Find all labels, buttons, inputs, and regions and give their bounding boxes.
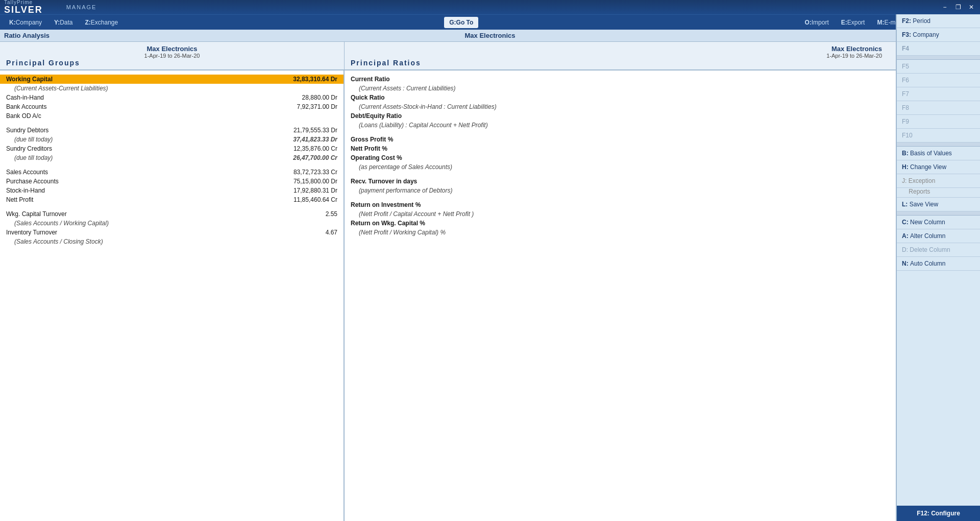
menu-item-company[interactable]: K:Company xyxy=(4,17,47,28)
purchase-accounts-row[interactable]: Purchase Accounts 75,15,800.00 Dr xyxy=(6,177,337,186)
sidebar-reports-label: Reports xyxy=(897,188,980,198)
cash-in-hand-row[interactable]: Cash-in-Hand 28,880.00 Dr xyxy=(6,93,337,102)
sidebar-f5: F5 xyxy=(897,60,980,74)
sidebar-f6: F6 xyxy=(897,74,980,87)
right-title: Principal Ratios xyxy=(351,59,974,67)
quick-ratio-row[interactable]: Quick Ratio 1.99 : 1 xyxy=(351,93,974,102)
report-title: Ratio Analysis xyxy=(4,32,50,39)
operating-cost-row[interactable]: Operating Cost % 85.84 % xyxy=(351,153,974,162)
restore-button[interactable]: ❐ xyxy=(953,3,963,12)
return-wkg-capital-row[interactable]: Return on Wkg. Capital % 36.11 % xyxy=(351,219,974,228)
menu-item-export[interactable]: E:Export xyxy=(836,17,870,28)
debt-equity-row[interactable]: Debt/Equity Ratio 0.00 : 1 xyxy=(351,111,974,121)
sidebar-f2-period[interactable]: F2: Period xyxy=(897,14,980,28)
inventory-turnover-row[interactable]: Inventory Turnover 4.67 xyxy=(6,228,337,237)
right-period: 1-Apr-19 to 26-Mar-20 xyxy=(351,53,974,59)
menu-item-import[interactable]: O:Import xyxy=(799,17,834,28)
operating-cost-sub: (as percentage of Sales Accounts) xyxy=(351,162,974,172)
app-logo-bottom: SILVER xyxy=(4,5,43,14)
debt-equity-sub: (Loans (Liability) : Capital Account + N… xyxy=(351,121,974,130)
stock-in-hand-row[interactable]: Stock-in-Hand 17,92,880.31 Dr xyxy=(6,186,337,195)
sidebar-f8: F8 xyxy=(897,101,980,115)
sidebar-sep2 xyxy=(897,143,980,147)
left-period: 1-Apr-19 to 26-Mar-20 xyxy=(6,53,338,59)
title-bar: TallyPrime SILVER MANAGE − ❐ ✕ xyxy=(0,0,980,14)
wkg-capital-sub: (Sales Accounts / Working Capital) xyxy=(6,219,337,228)
return-investment-row[interactable]: Return on Investment % 37.21 % xyxy=(351,200,974,209)
sundry-debtors-row[interactable]: Sundry Debtors 21,79,555.33 Dr xyxy=(6,126,337,135)
sidebar-new-column[interactable]: C: New Column xyxy=(897,216,980,229)
sundry-creditors-sub: (due till today) 26,47,700.00 Cr xyxy=(6,153,337,162)
sales-accounts-row[interactable]: Sales Accounts 83,72,723.33 Cr xyxy=(6,168,337,177)
sidebar-sep1 xyxy=(897,56,980,60)
sidebar-auto-column[interactable]: N: Auto Column xyxy=(897,257,980,271)
right-col-header: Max Electronics 1-Apr-19 to 26-Mar-20 Pr… xyxy=(345,42,980,69)
report-title-bar: Ratio Analysis Max Electronics ✕ xyxy=(0,30,980,42)
current-ratio-row[interactable]: Current Ratio 3.17 : 1 xyxy=(351,75,974,84)
sidebar-f4: F4 xyxy=(897,42,980,56)
recv-turnover-row[interactable]: Recv. Turnover in days 91.66 days xyxy=(351,177,974,186)
working-capital-label: Working Capital xyxy=(6,76,235,83)
title-bar-controls: − ❐ ✕ xyxy=(940,3,976,12)
title-bar-left: TallyPrime SILVER MANAGE xyxy=(4,0,96,14)
recv-turnover-sub: (payment performance of Debtors) xyxy=(351,186,974,195)
sidebar-change-view[interactable]: H: Change View xyxy=(897,160,980,174)
sidebar-save-view[interactable]: L: Save View xyxy=(897,198,980,211)
nett-profit-pct-row[interactable]: Nett Profit % 14.16 % xyxy=(351,144,974,153)
sidebar-exception-reports[interactable]: J: Exception xyxy=(897,174,980,188)
gross-profit-row[interactable]: Gross Profit % 21.08 % xyxy=(351,135,974,144)
left-panel: Working Capital 32,83,310.64 Dr (Current… xyxy=(0,70,345,521)
close-button[interactable]: ✕ xyxy=(967,3,976,12)
app-logo: TallyPrime SILVER xyxy=(4,0,43,14)
left-company: Max Electronics xyxy=(6,45,338,53)
menu-item-data[interactable]: Y:Data xyxy=(49,17,78,28)
current-ratio-sub: (Current Assets : Current Liabilities) xyxy=(351,84,974,93)
menu-center: G:Go To xyxy=(125,17,797,28)
sidebar-f12-configure[interactable]: F12: Configure xyxy=(897,506,980,521)
return-wkg-capital-sub: (Nett Profit / Working Capital) % xyxy=(351,228,974,237)
sundry-creditors-row[interactable]: Sundry Creditors 12,35,876.00 Cr xyxy=(6,144,337,153)
inventory-turnover-sub: (Sales Accounts / Closing Stock) xyxy=(6,237,337,246)
sidebar-f7: F7 xyxy=(897,87,980,101)
wkg-capital-turnover-row[interactable]: Wkg. Capital Turnover 2.55 xyxy=(6,209,337,219)
working-capital-row[interactable]: Working Capital 32,83,310.64 Dr xyxy=(0,75,344,84)
minimize-button[interactable]: − xyxy=(940,3,949,12)
left-title: Principal Groups xyxy=(6,59,338,67)
bank-od-row[interactable]: Bank OD A/c xyxy=(6,111,337,121)
sidebar-f3-company[interactable]: F3: Company xyxy=(897,28,980,42)
report-company-center: Max Electronics xyxy=(465,32,516,39)
working-capital-sub: (Current Assets-Current Liabilities) xyxy=(6,84,337,93)
menu-bar: K:Company Y:Data Z:Exchange G:Go To O:Im… xyxy=(0,14,980,30)
sidebar-alter-column[interactable]: A: Alter Column xyxy=(897,229,980,243)
left-col-header: Max Electronics 1-Apr-19 to 26-Mar-20 Pr… xyxy=(0,42,345,69)
sundry-debtors-sub: (due till today) 37,41,823.33 Dr xyxy=(6,135,337,144)
nett-profit-row[interactable]: Nett Profit 11,85,460.64 Cr xyxy=(6,195,337,204)
main-content: Working Capital 32,83,310.64 Dr (Current… xyxy=(0,70,980,521)
right-company: Max Electronics xyxy=(351,45,974,53)
sidebar-f9: F9 xyxy=(897,115,980,129)
menu-item-exchange[interactable]: Z:Exchange xyxy=(80,17,124,28)
sidebar-f10: F10 xyxy=(897,129,980,143)
bank-accounts-row[interactable]: Bank Accounts 7,92,371.00 Dr xyxy=(6,102,337,111)
sidebar-sep3 xyxy=(897,211,980,216)
sidebar-delete-column: D: Delete Column xyxy=(897,243,980,257)
right-panel: Current Ratio 3.17 : 1 (Current Assets :… xyxy=(345,70,980,521)
return-investment-sub: (Nett Profit / Capital Account + Nett Pr… xyxy=(351,209,974,219)
col-headers: Max Electronics 1-Apr-19 to 26-Mar-20 Pr… xyxy=(0,42,980,70)
working-capital-value: 32,83,310.64 Dr xyxy=(235,76,337,83)
quick-ratio-sub: (Current Assets-Stock-in-Hand : Current … xyxy=(351,102,974,111)
sidebar-basis-of-values[interactable]: B: Basis of Values xyxy=(897,147,980,160)
manage-label: MANAGE xyxy=(51,4,97,10)
sidebar: F2: Period F3: Company F4 F5 F6 F7 F8 F9… xyxy=(896,14,980,521)
menu-item-goto[interactable]: G:Go To xyxy=(444,17,478,28)
